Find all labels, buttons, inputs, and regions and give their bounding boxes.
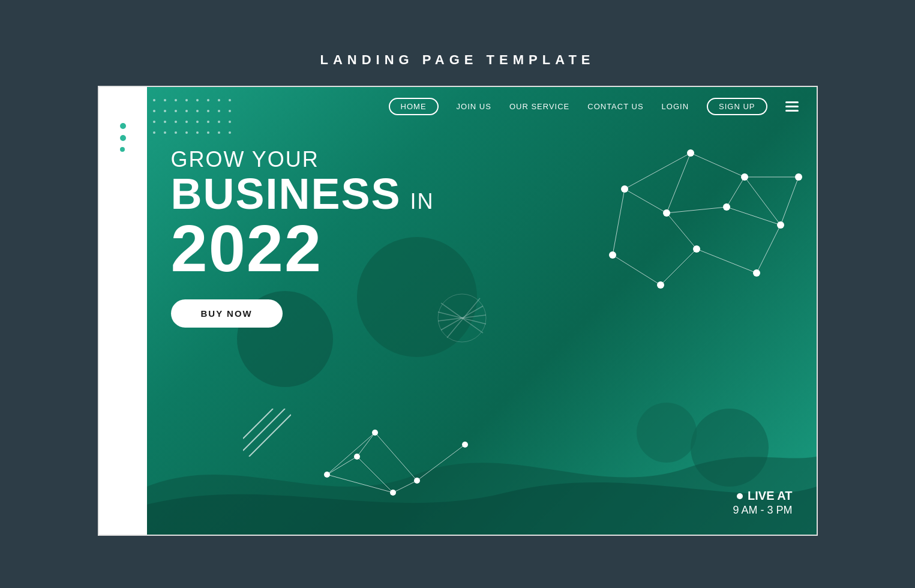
live-dot [737,493,743,499]
hero-year: 2022 [171,215,434,281]
page-title-container: LANDING PAGE TEMPLATE [0,52,915,68]
nav-contact-us[interactable]: CONTACT US [587,102,643,111]
hero-line1: GROW YOUR [171,147,434,172]
main-content: HOME JOIN US OUR SERVICE CONTACT US LOGI… [147,87,817,535]
hero-business-text: BUSINESS [171,172,401,215]
navbar: HOME JOIN US OUR SERVICE CONTACT US LOGI… [147,87,817,126]
buy-now-button[interactable]: BUY NOW [171,299,283,328]
live-at-label: LIVE AT [748,489,792,503]
svg-line-22 [661,249,697,285]
nav-sign-up[interactable]: SIGN UP [707,98,767,115]
nav-login[interactable]: LOGIN [662,102,689,111]
svg-line-29 [667,213,697,249]
dot-grid-dot [229,131,231,134]
live-at-header: LIVE AT [733,489,792,503]
nav-join-us[interactable]: JOIN US [457,102,491,111]
hamburger-menu[interactable] [785,101,799,112]
svg-line-5 [447,298,480,338]
svg-line-21 [697,249,757,273]
svg-line-19 [745,177,781,225]
svg-line-44 [417,445,465,481]
sidebar-dot-1 [120,123,126,129]
svg-line-35 [243,409,273,439]
svg-line-18 [691,153,745,177]
hamburger-line-3 [785,110,799,112]
svg-line-43 [375,433,417,481]
nav-home[interactable]: HOME [389,98,439,115]
svg-line-49 [357,457,393,493]
sidebar-dot-3 [120,147,125,152]
dot-grid-dot [164,131,166,134]
svg-line-23 [613,255,661,285]
dot-grid-dot [153,131,155,134]
diag-lines-left [243,409,291,457]
svg-line-32 [781,177,799,225]
sidebar-dot-2 [120,135,126,141]
page-title: LANDING PAGE TEMPLATE [320,52,595,67]
svg-line-48 [327,457,357,475]
svg-line-24 [613,189,625,255]
landing-wrapper: HOME JOIN US OUR SERVICE CONTACT US LOGI… [98,86,818,536]
svg-line-33 [243,409,285,451]
dot-grid-dot [185,131,188,134]
dot-grid-dot [218,131,220,134]
hamburger-line-2 [785,106,799,107]
hero-section: GROW YOUR BUSINESS in 2022 BUY NOW [171,147,434,328]
network-graph-top [577,117,805,327]
svg-line-25 [625,189,667,213]
dot-grid-dot [175,131,177,134]
svg-line-46 [393,481,417,493]
hero-in-text: in [410,191,434,212]
svg-line-4 [441,306,483,330]
hero-line2: BUSINESS in [171,172,434,215]
svg-line-27 [727,177,745,207]
nav-our-service[interactable]: OUR SERVICE [509,102,569,111]
svg-line-17 [625,153,691,189]
svg-line-34 [249,415,291,457]
svg-line-26 [667,207,727,213]
dot-grid-dot [207,131,209,134]
sidebar [99,87,147,535]
network-graph-bottom [297,385,477,505]
svg-line-30 [667,153,691,213]
svg-line-42 [327,433,375,475]
dot-grid-dot [196,131,199,134]
hamburger-line-1 [785,101,799,103]
svg-line-45 [327,475,393,493]
live-at-time: 9 AM - 3 PM [733,504,792,517]
svg-line-20 [757,225,781,273]
hatch-circle-decoration [435,291,489,345]
svg-line-28 [727,207,781,225]
svg-line-47 [357,433,375,457]
live-at-section: LIVE AT 9 AM - 3 PM [733,489,792,517]
